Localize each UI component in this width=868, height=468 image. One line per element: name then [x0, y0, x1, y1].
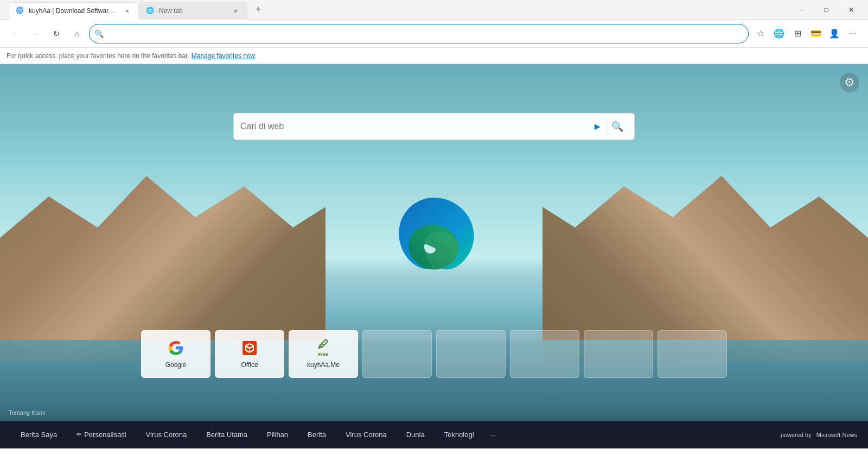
address-input[interactable] — [89, 24, 749, 43]
window-controls: ─ □ ✕ — [789, 0, 864, 20]
google-icon — [167, 339, 184, 357]
tab-close-kuyhaa[interactable]: ✕ — [122, 6, 132, 16]
news-item-personalisasi[interactable]: ✏ Personalisasi — [67, 421, 136, 448]
bing-icon[interactable]: ► — [592, 121, 602, 132]
news-item-dunia[interactable]: Dunia — [397, 421, 435, 448]
news-item-virus-corona-2[interactable]: Virus Corona — [336, 421, 397, 448]
kuyhaa-logo-text: 🖊 Free — [318, 338, 329, 358]
more-button[interactable]: ··· — [844, 25, 861, 42]
quick-access-empty-4[interactable] — [584, 330, 653, 378]
dunia-label: Dunia — [406, 431, 425, 439]
news-more-button[interactable]: ··· — [484, 431, 503, 439]
tab-close-newtab[interactable]: ✕ — [231, 6, 240, 16]
quick-access-office[interactable]: Office — [215, 330, 284, 378]
minimize-button[interactable]: ─ — [789, 0, 814, 20]
favorites-star-button[interactable]: ☆ — [752, 25, 769, 42]
office-tile-label: Office — [241, 361, 258, 369]
collections-button[interactable]: ⊞ — [789, 25, 806, 42]
forward-button[interactable]: → — [27, 25, 44, 42]
ms-news-prefix: powered by — [781, 432, 812, 438]
berita-utama-label: Berita Utama — [206, 431, 247, 439]
news-item-berita-saya[interactable]: Berita Saya — [11, 421, 67, 448]
close-button[interactable]: ✕ — [839, 0, 864, 20]
virus-corona-label: Virus Corona — [146, 431, 187, 439]
teknologi-label: Teknologi — [444, 431, 474, 439]
ms-news-credit: powered by Microsoft News — [781, 432, 857, 438]
manage-favorites-link[interactable]: Manage favorites now — [192, 52, 255, 60]
tentang-kami-link[interactable]: Tentang Kami — [9, 409, 45, 416]
berita-label: Berita — [308, 431, 326, 439]
new-tab-page: ⚙ ► 🔍 — [0, 64, 868, 448]
tab-kuyhaa[interactable]: 🌀 kuyhAa | Download Software Te... ✕ — [9, 2, 139, 20]
tab-title-newtab: New tab — [159, 7, 226, 15]
news-bar: Berita Saya ✏ Personalisasi Virus Corona… — [0, 421, 868, 448]
edge-logo — [391, 189, 477, 276]
tab-newtab[interactable]: 🌐 New tab ✕ — [139, 2, 247, 20]
wallet-button[interactable]: 💳 — [807, 25, 825, 42]
quick-access-empty-5[interactable] — [658, 330, 727, 378]
quick-access-empty-2[interactable] — [436, 330, 506, 378]
office-icon — [241, 339, 258, 357]
pencil-icon: ✏ — [76, 431, 82, 438]
quick-access-google[interactable]: Google — [141, 330, 210, 378]
quick-access-kuyhaa[interactable]: 🖊 Free kuyhAa.Me — [289, 330, 358, 378]
navigation-bar: ← → ↻ ⌂ 🔍 ☆ 🌐 ⊞ 💳 👤 ··· — [0, 20, 868, 48]
profile-button[interactable]: 👤 — [826, 25, 843, 42]
tab-title-kuyhaa: kuyhAa | Download Software Te... — [29, 7, 118, 15]
new-tab-button[interactable]: + — [250, 1, 267, 18]
pilihan-label: Pilihan — [267, 431, 288, 439]
google-tile-label: Google — [165, 361, 187, 369]
maximize-button[interactable]: □ — [814, 0, 839, 20]
quick-access-empty-3[interactable] — [510, 330, 579, 378]
home-button[interactable]: ⌂ — [68, 25, 86, 42]
news-item-teknologi[interactable]: Teknologi — [435, 421, 484, 448]
tab-favicon-newtab: 🌐 — [146, 7, 155, 15]
tab-favicon-kuyhaa: 🌀 — [16, 7, 24, 15]
ms-news-brand: Microsoft News — [816, 432, 857, 438]
quick-access-empty-1[interactable] — [362, 330, 432, 378]
kuyhaa-icon: 🖊 Free — [315, 339, 332, 357]
kuyhaa-tile-label: kuyhAa.Me — [307, 361, 340, 369]
personalisasi-label: Personalisasi — [84, 431, 126, 439]
title-bar: 🌀 kuyhAa | Download Software Te... ✕ 🌐 N… — [0, 0, 868, 20]
news-item-berita[interactable]: Berita — [298, 421, 336, 448]
search-magnify-icon[interactable]: 🔍 — [607, 118, 628, 135]
news-item-pilihan[interactable]: Pilihan — [257, 421, 298, 448]
favorites-hint-text: For quick access, place your favorites h… — [7, 52, 189, 60]
refresh-button[interactable]: ↻ — [48, 25, 65, 42]
search-box: ► 🔍 — [233, 113, 635, 140]
address-bar-wrapper: 🔍 — [89, 24, 749, 43]
settings-gear-button[interactable]: ⚙ — [840, 73, 859, 92]
news-item-virus-corona[interactable]: Virus Corona — [136, 421, 197, 448]
berita-saya-label: Berita Saya — [21, 431, 57, 439]
quick-access-section: Google Office 🖊 Free kuyhAa.Me — [141, 330, 727, 378]
virus-corona-2-label: Virus Corona — [346, 431, 387, 439]
search-box-container: ► 🔍 — [233, 113, 635, 140]
favorites-bar: For quick access, place your favorites h… — [0, 48, 868, 64]
back-button[interactable]: ← — [7, 25, 24, 42]
gear-icon: ⚙ — [844, 75, 855, 90]
world-icon-button[interactable]: 🌐 — [770, 25, 788, 42]
news-item-berita-utama[interactable]: Berita Utama — [196, 421, 257, 448]
search-input[interactable] — [240, 122, 588, 131]
nav-right-icons: ☆ 🌐 ⊞ 💳 👤 ··· — [752, 25, 861, 42]
